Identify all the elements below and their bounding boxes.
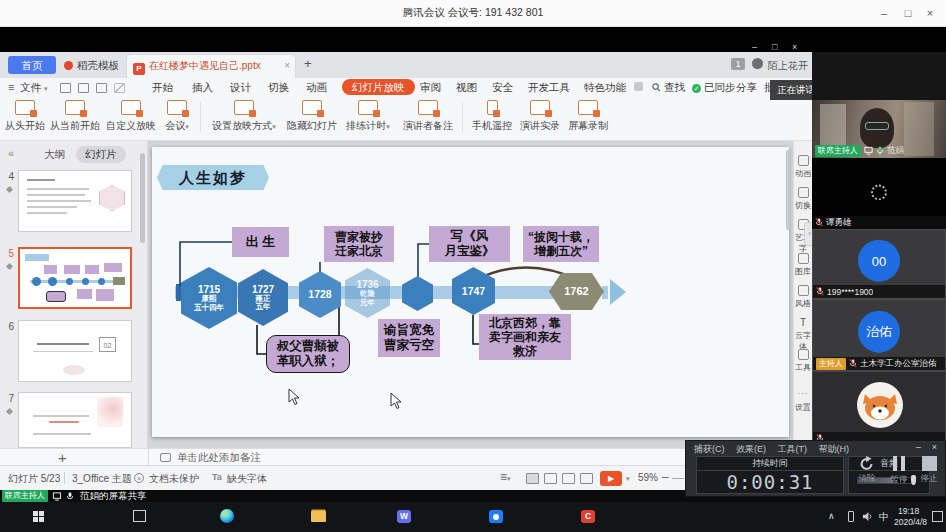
status-missing-fonts[interactable]: 缺失字体	[227, 472, 267, 486]
ribbon-screen-record[interactable]: 屏幕录制	[564, 100, 612, 133]
participant-video-host[interactable]: 治佑 主持人 土木学工办公室治佑	[812, 299, 946, 371]
canvas-scrollbar[interactable]	[786, 150, 790, 230]
notes-toggle-icon[interactable]: ≡▾	[500, 470, 511, 484]
rail-settings[interactable]: ···设置	[794, 389, 812, 413]
recorder-menu-tools[interactable]: 工具(T)	[778, 444, 808, 454]
wps-maximize-icon[interactable]: □	[772, 42, 777, 52]
wps-app-icon[interactable]: W	[397, 510, 411, 523]
recorder-minimize-icon[interactable]: –	[916, 442, 921, 452]
slideshow-play-button[interactable]: ▶	[600, 471, 622, 486]
status-slide-count[interactable]: 幻灯片 5/23	[8, 472, 60, 486]
account-avatar[interactable]	[752, 58, 763, 69]
sync-status[interactable]: ✓ 已同步	[692, 80, 735, 95]
menu-animation[interactable]: 动画	[306, 80, 327, 95]
view-reading-icon[interactable]	[562, 473, 575, 484]
task-view-button[interactable]	[133, 510, 146, 522]
ribbon-meeting[interactable]: 会议▾	[159, 100, 195, 133]
menu-transition[interactable]: 切换	[268, 80, 289, 95]
start-button[interactable]	[33, 511, 44, 522]
menu-features[interactable]: 特色功能	[584, 80, 626, 95]
add-slide-button[interactable]: +	[58, 449, 67, 466]
status-theme[interactable]: 3_Office 主题	[72, 472, 132, 486]
action-center-icon[interactable]	[932, 511, 943, 522]
zoom-slider[interactable]	[672, 478, 684, 479]
participant-video-loading[interactable]: 谭勇雄	[812, 158, 946, 229]
tab-outline[interactable]: 大纲	[44, 148, 65, 162]
meeting-close-icon[interactable]: ×	[920, 5, 940, 21]
file-explorer-icon[interactable]	[311, 511, 326, 522]
red-c-app-icon[interactable]: C	[581, 510, 595, 523]
tray-device-icon[interactable]	[848, 511, 854, 522]
tab-slides-active[interactable]: 幻灯片	[76, 146, 126, 163]
view-normal-icon[interactable]	[526, 473, 539, 484]
ribbon-from-beginning[interactable]: 从头开始	[3, 100, 47, 133]
meeting-maximize-icon[interactable]: □	[898, 5, 918, 21]
panel-scrollbar[interactable]	[140, 153, 145, 243]
menu-file[interactable]: 文件 ▾	[20, 80, 47, 96]
menu-slideshow-active[interactable]: 幻灯片放映	[342, 79, 415, 95]
tray-ime[interactable]: 中	[879, 510, 889, 524]
slide[interactable]: 人生如梦 1715康熙 五	[152, 147, 789, 437]
meeting-minimize-icon[interactable]: –	[874, 5, 894, 21]
slide-thumbnail-4[interactable]	[18, 170, 132, 232]
menu-start[interactable]: 开始	[152, 80, 173, 95]
find-button[interactable]: 查找	[652, 80, 685, 95]
wps-minimize-icon[interactable]: –	[752, 42, 757, 52]
undo-icon[interactable]	[114, 83, 125, 93]
menu-view[interactable]: 视图	[456, 80, 477, 95]
slide-thumbnail-6[interactable]: 02	[18, 320, 132, 382]
tab-close-icon[interactable]: ×	[284, 55, 290, 77]
save-icon[interactable]	[60, 83, 71, 93]
account-name[interactable]: 陌上花开	[768, 59, 808, 73]
menu-design[interactable]: 设计	[230, 80, 251, 95]
panel-collapse-icon[interactable]: «	[8, 147, 14, 159]
tencent-meeting-icon[interactable]	[489, 510, 503, 523]
ribbon-speech-record[interactable]: 演讲实录	[516, 100, 564, 133]
rail-transition[interactable]: 切换	[794, 187, 812, 211]
participant-video-fox[interactable]	[812, 371, 946, 445]
ribbon-phone-remote[interactable]: 手机遥控	[468, 100, 516, 133]
menu-devtools[interactable]: 开发工具	[528, 80, 570, 95]
recorder-menu-help[interactable]: 帮助(H)	[819, 444, 850, 454]
zoom-out-button[interactable]: –	[662, 470, 669, 484]
rail-cloud-fonts[interactable]: T云字体	[794, 317, 812, 352]
new-tab-button[interactable]: +	[304, 56, 312, 71]
recorder-menu-effects[interactable]: 效果(E)	[736, 444, 766, 454]
tray-date[interactable]: 2020/4/8	[894, 517, 927, 527]
notification-badge[interactable]: 1	[731, 58, 745, 70]
tray-speaker-icon[interactable]	[862, 511, 873, 522]
recorder-clear-button[interactable]: 清除	[852, 455, 882, 485]
rail-animation[interactable]: 动画	[794, 155, 812, 179]
slide-thumbnail-5-current[interactable]	[18, 247, 132, 309]
tray-time[interactable]: 19:18	[898, 506, 919, 516]
tray-expand-icon[interactable]: ∧	[828, 511, 835, 521]
view-sorter-icon[interactable]	[544, 473, 557, 484]
zoom-level[interactable]: 59%	[638, 472, 658, 483]
wps-close-icon[interactable]: ×	[792, 42, 797, 52]
recorder-close-icon[interactable]: ×	[932, 442, 937, 452]
print-preview-icon[interactable]	[96, 83, 107, 93]
recorder-stop-button[interactable]: 停止	[914, 455, 944, 485]
recorder-menu-capture[interactable]: 捕获(C)	[694, 444, 725, 454]
ribbon-custom-show[interactable]: 自定义放映	[103, 100, 159, 133]
tab-docer[interactable]: 稻壳模板	[62, 54, 122, 76]
view-notes-icon[interactable]	[580, 473, 593, 484]
ribbon-from-current[interactable]: 从当前开始	[47, 100, 103, 133]
ribbon-hide-slide[interactable]: 隐藏幻灯片	[284, 100, 340, 133]
ribbon-rehearse-timing[interactable]: 排练计时▾	[340, 100, 396, 133]
recorder-pause-button[interactable]: 暂停	[884, 455, 914, 486]
tab-document[interactable]: P在红楼梦中遇见自己.pptx ×	[126, 54, 296, 78]
status-protection[interactable]: 文档未保护	[149, 472, 199, 486]
menu-review[interactable]: 审阅	[420, 80, 441, 95]
menu-insert[interactable]: 插入	[192, 80, 213, 95]
slide-thumbnail-7[interactable]	[18, 392, 132, 448]
print-icon[interactable]	[78, 83, 89, 93]
ribbon-setup-show[interactable]: 设置放映方式▾	[206, 100, 282, 133]
menu-security[interactable]: 安全	[492, 80, 513, 95]
share-button[interactable]: 分享	[736, 80, 757, 95]
features-addon-icon[interactable]	[634, 82, 643, 91]
ribbon-speaker-notes[interactable]: 演讲者备注	[398, 100, 458, 133]
rail-gallery[interactable]: 图库	[794, 253, 812, 277]
participant-video-phone[interactable]: 00 199****1900	[812, 229, 946, 299]
participant-video-fanjuan[interactable]: 联席主持人 范娟	[812, 100, 946, 158]
